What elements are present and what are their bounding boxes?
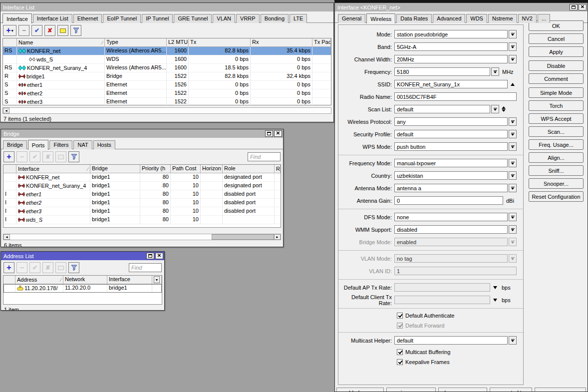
cancel-button[interactable]: Cancel [529,33,584,44]
tab-nstreme[interactable]: Nstreme [488,14,517,23]
tab-hosts[interactable]: Hosts [93,140,115,149]
comment-button[interactable]: Comment [529,73,584,84]
close-button[interactable]: ✕ [579,4,587,10]
table-row[interactable]: I ether3 bridge1 80 10 disabled port [3,207,281,216]
keepalive-frames-checkbox[interactable] [397,359,403,365]
horizontal-scrollbar[interactable]: ◄ [2,107,331,114]
dropdown-button[interactable] [491,105,499,113]
tab-ethernet[interactable]: Ethernet [73,14,102,23]
column-tx[interactable]: Tx [189,38,251,46]
column-l2mtu[interactable]: L2 MTU [167,38,189,46]
wps-accept-button[interactable]: WPS Accept [529,113,584,124]
column-flags[interactable] [3,276,15,284]
tab-data-rates[interactable]: Data Rates [396,14,432,23]
reset-configuration-button[interactable]: Reset Configuration [529,191,584,202]
tab-wireless[interactable]: Wireless [366,13,395,23]
comment-button[interactable] [55,151,66,162]
simple-mode-button[interactable]: Simple Mode [529,87,584,98]
tab-eoip-tunnel[interactable]: EoIP Tunnel [103,14,141,23]
torch-button[interactable]: Torch [529,100,584,111]
column-bridge[interactable]: Bridge [90,165,140,173]
enable-button[interactable]: ✔ [31,25,42,36]
table-row[interactable]: I ether1 bridge1 80 10 disabled port [3,190,281,199]
tab-overflow[interactable]: ... [538,14,550,23]
band-input[interactable] [394,42,508,51]
enable-button[interactable]: ✔ [29,262,40,273]
wireless-protocol-input[interactable] [394,117,508,126]
table-row[interactable]: KONFER_net_Surany_4 bridge1 80 10 design… [3,182,281,190]
filter-button[interactable] [70,25,81,36]
find-input[interactable] [129,263,162,272]
tab-lte[interactable]: LTE [290,14,307,23]
wmm-support-input[interactable] [394,225,508,234]
multicast-helper-input[interactable] [394,336,508,345]
channel-width-input[interactable] [394,55,508,63]
tab-general[interactable]: General [338,14,365,23]
dropdown-button[interactable] [509,55,517,63]
freq-usage-button[interactable]: Freq. Usage... [529,139,584,150]
tab-nv2[interactable]: NV2 [518,14,537,23]
dropdown-button[interactable] [509,159,517,167]
sniff-button[interactable]: Sniff... [529,165,584,176]
table-row[interactable]: RS KONFER_net Wireless (Atheros AR5... 1… [3,47,331,55]
filter-button[interactable] [68,262,79,273]
interface-list-titlebar[interactable]: Interface List [0,3,333,11]
dfs-mode-input[interactable] [394,213,508,221]
dropdown-button[interactable] [509,336,517,345]
column-flags[interactable] [3,165,16,173]
dropdown-button[interactable] [509,130,517,138]
table-row[interactable]: S ether2 Ethernet 1522 0 bps 0 bps [3,89,331,98]
filter-button[interactable] [68,151,79,162]
frequency-mode-input[interactable] [394,159,508,167]
tab-vrrp[interactable]: VRRP [236,14,260,23]
column-address[interactable]: Address∕ [15,276,63,284]
wps-mode-input[interactable] [394,142,508,151]
table-row[interactable]: I wds_S bridge1 80 10 [3,216,281,224]
table-row[interactable]: I ether2 bridge1 80 10 disabled port [3,199,281,207]
dropdown-button[interactable] [509,30,517,38]
column-interface[interactable]: Interface [107,276,152,284]
add-button[interactable]: + ▾ [3,25,16,36]
country-input[interactable] [394,171,508,180]
table-row[interactable]: RS KONFER_net_Surany_4 Wireless (Atheros… [3,64,331,72]
disable-button[interactable]: ✘ [42,262,53,273]
maximize-button[interactable] [570,4,578,10]
comment-button[interactable] [55,262,66,273]
ok-button[interactable]: OK [529,20,584,31]
column-name[interactable]: Name∕ [17,38,105,46]
header-dropdown-button[interactable]: ▼ [280,165,281,172]
frequency-input[interactable] [394,67,490,76]
dropdown-button[interactable] [509,142,517,151]
tab-gre-tunnel[interactable]: GRE Tunnel [174,14,212,23]
table-row[interactable]: R bridge1 Bridge 1522 82.8 kbps 32.4 kbp… [3,72,331,81]
dropdown-button[interactable] [509,213,517,221]
tab-ip-tunnel[interactable]: IP Tunnel [142,14,173,23]
column-flags[interactable] [3,38,17,46]
tab-ports[interactable]: Ports [28,140,49,150]
tab-vlan[interactable]: VLAN [213,14,235,23]
dropdown-arrow-icon[interactable] [492,296,499,304]
table-row[interactable]: S ether1 Ethernet 1526 0 bps 0 bps [3,81,331,89]
multicast-buffering-checkbox[interactable] [397,349,403,355]
snooper-button[interactable]: Snooper... [529,178,584,189]
column-horizon[interactable]: Horizon [201,165,223,173]
disable-button[interactable]: Disable [529,60,584,71]
horizontal-scrollbar[interactable]: ◄ ► [3,234,281,240]
remove-button[interactable]: − [16,151,27,162]
collapse-up-arrow[interactable] [509,80,516,88]
maximize-button[interactable] [265,130,273,137]
table-row[interactable]: KONFER_net bridge1 80 10 designated port [3,173,281,182]
close-button[interactable]: ✕ [155,253,163,259]
scroll-left-arrow[interactable]: ◄ [3,234,10,240]
scan-list-input[interactable] [394,105,490,113]
security-profile-input[interactable] [394,130,508,138]
apply-button[interactable]: Apply [529,46,584,57]
header-dropdown-button[interactable]: ▼ [154,276,160,283]
column-role[interactable]: Role [223,165,275,173]
ssid-input[interactable] [394,80,508,88]
scan-button[interactable]: Scan... [529,126,584,137]
address-list-titlebar[interactable]: Address List ✕ [1,252,164,260]
scrollbar-thumb[interactable] [212,234,274,240]
comment-button[interactable] [57,25,68,36]
remove-button[interactable]: − [16,262,27,273]
